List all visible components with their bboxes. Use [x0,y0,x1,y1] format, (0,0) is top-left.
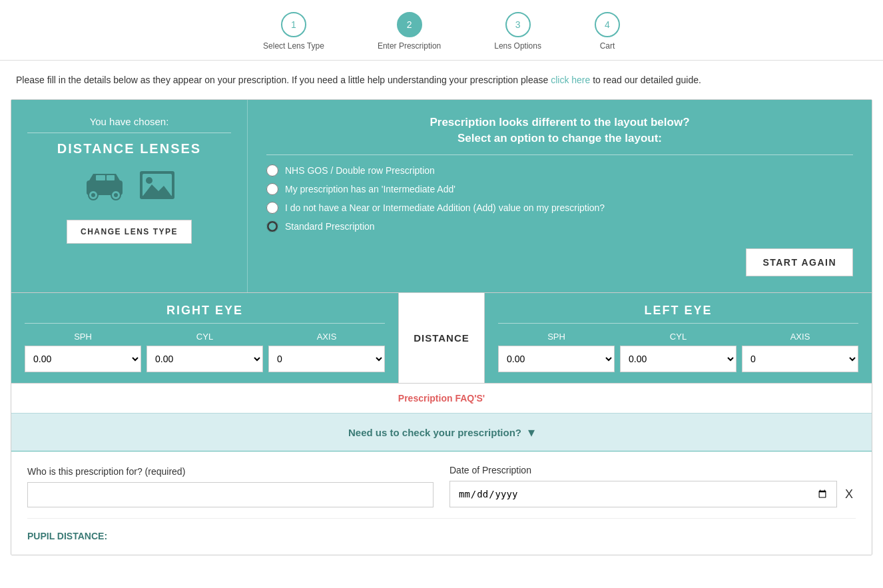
check-prescription-bar[interactable]: Need us to check your prescription? ▾ [11,413,872,451]
right-cyl-label: CYL [147,332,263,342]
click-here-link[interactable]: click here [551,75,590,85]
svg-point-4 [91,193,95,197]
x-button[interactable]: X [842,485,856,504]
radio-label-1: NHS GOS / Double row Prescription [285,165,435,176]
svg-point-10 [146,177,152,184]
svg-rect-6 [96,175,105,180]
info-text-before: Please fill in the details below as they… [16,75,551,85]
left-cyl-select[interactable]: 0.00 [620,346,736,372]
step-circle-3: 3 [505,12,531,37]
svg-rect-7 [107,175,115,180]
step-3[interactable]: 3 Lens Options [494,12,541,51]
info-bar: Please fill in the details below as they… [0,61,883,99]
radio-label-4: Standard Prescription [285,221,375,232]
radio-input-1[interactable] [266,164,278,176]
right-cyl-group: CYL 0.00 [147,332,263,372]
radio-input-4[interactable] [266,220,278,232]
left-panel: You have chosen: DISTANCE LENSES [11,100,248,292]
step-circle-4: 4 [595,12,620,37]
date-group: Date of Prescription X [449,465,856,507]
step-circle-1: 1 [281,12,306,37]
layout-title-line2: Select an option to change the layout: [266,132,853,145]
prescription-section: RIGHT EYE SPH 0.00 CYL 0.00 AXIS [11,292,872,383]
change-lens-type-button[interactable]: CHANGE LENS TYPE [67,220,192,244]
step-2[interactable]: 2 Enter Prescription [378,12,441,51]
chosen-label: You have chosen: [90,116,169,127]
top-section: You have chosen: DISTANCE LENSES [11,100,872,292]
distance-label: DISTANCE [414,332,469,344]
step-label-1: Select Lens Type [263,41,324,51]
step-label-3: Lens Options [494,41,541,51]
start-again-button[interactable]: START AGAIN [746,248,853,276]
distance-label-container: DISTANCE [398,293,485,383]
image-icon [137,168,177,204]
date-label: Date of Prescription [449,465,856,475]
right-axis-select[interactable]: 0 [268,346,385,372]
left-eye-fields: SPH 0.00 CYL 0.00 AXIS 0 [498,332,858,372]
right-axis-label: AXIS [268,332,385,342]
svg-point-5 [114,193,118,197]
left-cyl-group: CYL 0.00 [620,332,736,372]
step-1[interactable]: 1 Select Lens Type [263,12,324,51]
step-4[interactable]: 4 Cart [595,12,620,51]
left-sph-group: SPH 0.00 [498,332,615,372]
radio-input-2[interactable] [266,183,278,195]
left-axis-select[interactable]: 0 [742,346,858,372]
left-sph-label: SPH [498,332,615,342]
divider-1 [27,133,231,133]
right-sph-select[interactable]: 0.00 [25,346,141,372]
radio-option-1[interactable]: NHS GOS / Double row Prescription [266,164,853,176]
faq-container: Prescription FAQ'S' [11,383,872,413]
pupil-label: PUPIL DISTANCE: [27,518,856,541]
left-axis-label: AXIS [742,332,858,342]
left-sph-select[interactable]: 0.00 [498,346,615,372]
bottom-form: Who is this prescription for? (required)… [11,451,872,555]
divider-2 [266,154,853,155]
right-eye-panel: RIGHT EYE SPH 0.00 CYL 0.00 AXIS [11,293,398,383]
left-eye-panel: LEFT EYE SPH 0.00 CYL 0.00 AXIS [485,293,872,383]
check-prescription-text: Need us to check your prescription? [348,427,521,438]
radio-label-2: My prescription has an 'Intermediate Add… [285,184,455,194]
date-input[interactable] [449,481,837,507]
step-circle-2: 2 [397,12,422,37]
step-label-2: Enter Prescription [378,41,441,51]
stepper: 1 Select Lens Type 2 Enter Prescription … [0,0,883,61]
left-axis-group: AXIS 0 [742,332,858,372]
radio-option-3[interactable]: I do not have a Near or Intermediate Add… [266,202,853,214]
right-axis-group: AXIS 0 [268,332,385,372]
right-sph-label: SPH [25,332,141,342]
radio-input-3[interactable] [266,202,278,214]
car-icon [81,168,128,204]
info-text-after: to read our detailed guide. [590,75,701,85]
bottom-form-row: Who is this prescription for? (required)… [27,465,856,507]
lens-icons [81,168,177,204]
main-container: You have chosen: DISTANCE LENSES [11,99,872,555]
left-cyl-label: CYL [620,332,736,342]
prescription-for-group: Who is this prescription for? (required) [27,466,434,507]
right-sph-group: SPH 0.00 [25,332,141,372]
radio-group: NHS GOS / Double row Prescription My pre… [266,164,853,232]
right-panel: Prescription looks different to the layo… [248,100,872,292]
left-eye-title: LEFT EYE [498,304,858,324]
radio-label-3: I do not have a Near or Intermediate Add… [285,202,605,213]
radio-option-4[interactable]: Standard Prescription [266,220,853,232]
right-eye-fields: SPH 0.00 CYL 0.00 AXIS 0 [25,332,385,372]
prescription-for-label: Who is this prescription for? (required) [27,466,434,477]
chevron-down-icon: ▾ [528,424,535,440]
right-cyl-select[interactable]: 0.00 [147,346,263,372]
lens-type-title: DISTANCE LENSES [57,141,201,156]
prescription-for-input[interactable] [27,482,434,507]
right-eye-title: RIGHT EYE [25,304,385,324]
step-label-4: Cart [600,41,615,51]
faq-link[interactable]: Prescription FAQ'S' [398,393,485,404]
radio-option-2[interactable]: My prescription has an 'Intermediate Add… [266,183,853,195]
layout-title-line1: Prescription looks different to the layo… [266,116,853,129]
